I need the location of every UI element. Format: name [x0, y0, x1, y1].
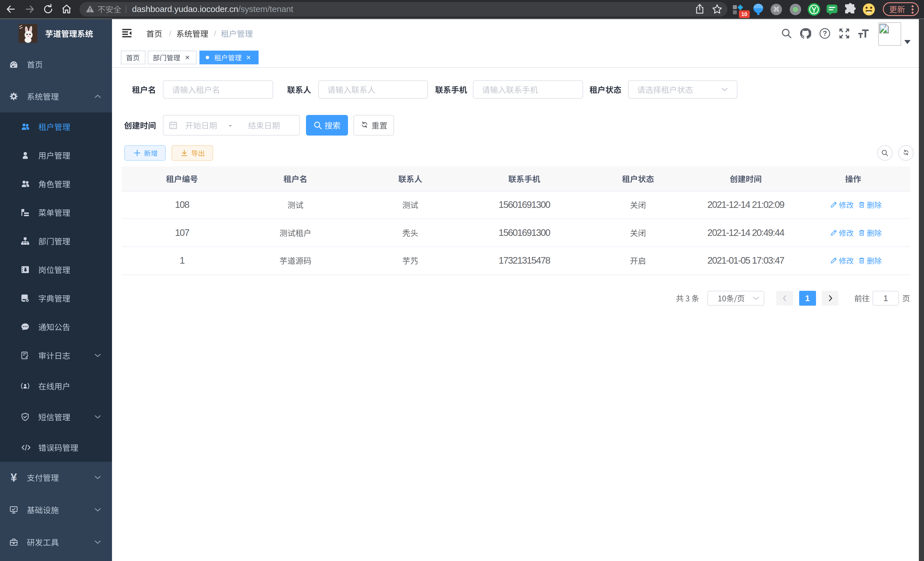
svg-text:?: ? [823, 29, 827, 37]
svg-text:⌘: ⌘ [773, 5, 780, 13]
